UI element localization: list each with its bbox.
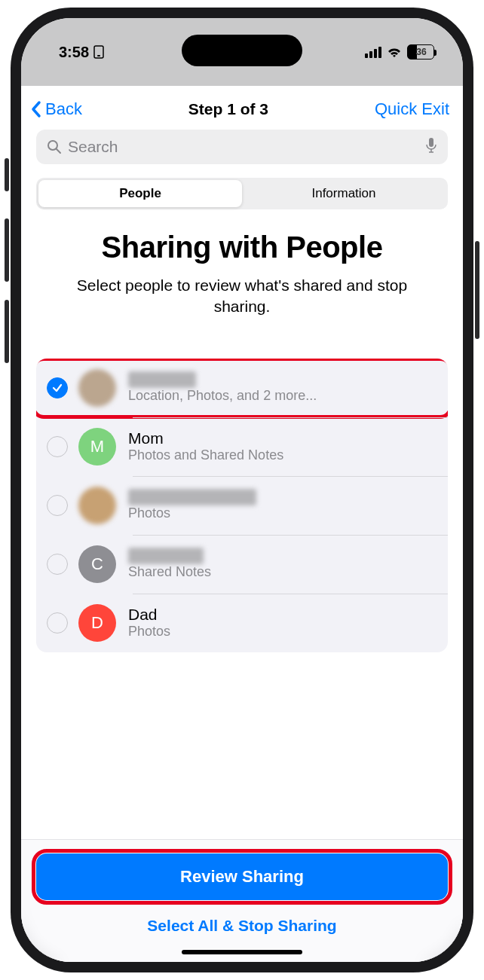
back-label: Back <box>45 99 82 119</box>
person-subtitle: Photos and Shared Notes <box>128 447 437 463</box>
avatar: D <box>78 604 116 642</box>
chevron-left-icon <box>30 100 42 118</box>
checkmark-icon <box>52 383 63 393</box>
side-button-silence <box>5 158 9 191</box>
person-subtitle: Shared Notes <box>128 564 437 580</box>
person-name <box>128 371 196 388</box>
back-button[interactable]: Back <box>30 99 82 119</box>
portrait-lock-icon <box>93 45 104 59</box>
quick-exit-button[interactable]: Quick Exit <box>375 99 449 119</box>
avatar <box>78 369 116 407</box>
person-subtitle: Photos <box>128 624 437 640</box>
person-row[interactable]: M Mom Photos and Shared Notes <box>36 417 448 476</box>
side-button-volume-down <box>5 300 9 363</box>
avatar <box>78 487 116 524</box>
select-all-stop-button[interactable]: Select All & Stop Sharing <box>36 917 448 935</box>
dictation-button[interactable] <box>425 137 437 157</box>
person-subtitle: Location, Photos, and 2 more... <box>128 388 437 404</box>
person-row[interactable]: C Shared Notes <box>36 535 448 594</box>
bottom-action-bar: Review Sharing Select All & Stop Sharing <box>21 839 463 962</box>
search-input[interactable]: Search <box>36 130 448 164</box>
battery-level: 36 <box>416 47 426 57</box>
side-button-volume-up <box>5 218 9 282</box>
segmented-control: People Information <box>36 178 448 209</box>
battery-icon: 36 <box>407 44 434 60</box>
svg-rect-4 <box>429 138 433 147</box>
selection-radio[interactable] <box>47 612 68 633</box>
microphone-icon <box>425 137 437 154</box>
wifi-icon <box>386 46 403 58</box>
avatar: C <box>78 545 116 583</box>
person-row[interactable]: D Dad Photos <box>36 594 448 652</box>
person-name: Dad <box>128 606 437 624</box>
selection-radio[interactable] <box>47 436 68 457</box>
person-name: Mom <box>128 429 437 447</box>
svg-point-2 <box>48 141 57 150</box>
person-name <box>128 489 256 505</box>
side-button-power <box>475 241 479 339</box>
page-subtitle: Select people to review what's shared an… <box>66 275 418 318</box>
person-row[interactable]: Photos <box>36 476 448 535</box>
sheet-backdrop <box>21 68 463 86</box>
person-row[interactable]: Location, Photos, and 2 more... <box>36 359 448 417</box>
nav-title: Step 1 of 3 <box>188 100 268 118</box>
person-subtitle: Photos <box>128 505 437 521</box>
page-title: Sharing with People <box>21 230 463 264</box>
search-icon <box>47 139 62 154</box>
svg-rect-1 <box>97 55 100 56</box>
cellular-signal-icon <box>365 47 381 58</box>
nav-bar: Back Step 1 of 3 Quick Exit <box>21 86 463 130</box>
phone-frame: 3:58 36 Back <box>11 8 473 972</box>
search-placeholder: Search <box>68 138 118 156</box>
modal-sheet: Back Step 1 of 3 Quick Exit Search Peopl… <box>21 86 463 962</box>
selection-radio[interactable] <box>47 495 68 516</box>
people-list: Location, Photos, and 2 more... M Mom Ph… <box>36 359 448 652</box>
tab-information[interactable]: Information <box>242 180 446 207</box>
person-name <box>128 548 204 564</box>
dynamic-island <box>182 35 302 66</box>
selection-radio[interactable] <box>47 554 68 575</box>
tab-people[interactable]: People <box>38 180 242 207</box>
status-time: 3:58 <box>59 44 89 61</box>
phone-screen: 3:58 36 Back <box>21 18 463 962</box>
review-sharing-button[interactable]: Review Sharing <box>36 853 448 900</box>
home-indicator[interactable] <box>182 950 302 954</box>
svg-line-3 <box>57 149 60 153</box>
avatar: M <box>78 428 116 466</box>
selection-radio[interactable] <box>47 377 68 398</box>
